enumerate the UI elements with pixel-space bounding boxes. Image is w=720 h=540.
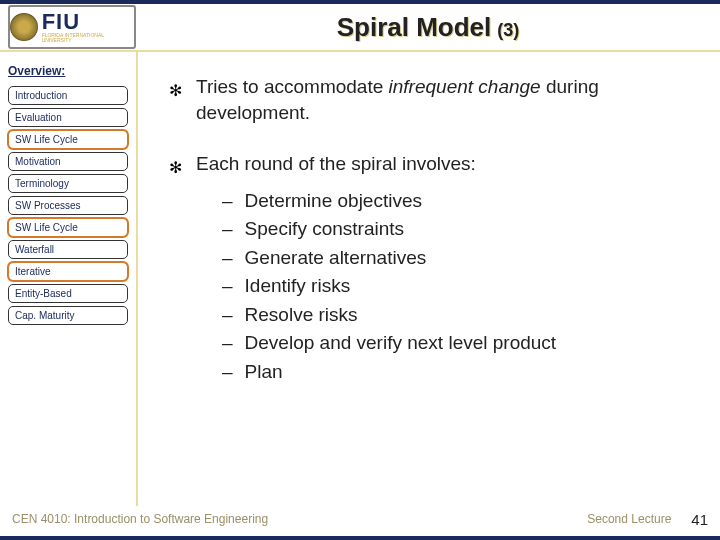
sidebar-item-introduction[interactable]: Introduction <box>8 86 128 105</box>
list-item-text: Identify risks <box>245 272 351 301</box>
list-item-text: Specify constraints <box>245 215 404 244</box>
sidebar-item-sw-life-cycle[interactable]: SW Life Cycle <box>8 130 128 149</box>
sidebar-item-terminology[interactable]: Terminology <box>8 174 128 193</box>
bullet-1-text-em: infrequent change <box>389 76 541 97</box>
list-item: –Plan <box>222 358 700 387</box>
list-item: –Determine objectives <box>222 187 700 216</box>
list-item: –Resolve risks <box>222 301 700 330</box>
sidebar-item-entity-based[interactable]: Entity-Based <box>8 284 128 303</box>
sidebar-item-waterfall[interactable]: Waterfall <box>8 240 128 259</box>
dash-icon: – <box>222 301 233 330</box>
bullet-1-text-pre: Tries to accommodate <box>196 76 389 97</box>
content-area: ✻ Tries to accommodate infrequent change… <box>138 52 720 506</box>
title-sub: (3) <box>497 20 519 41</box>
sidebar-item-cap-maturity[interactable]: Cap. Maturity <box>8 306 128 325</box>
dash-icon: – <box>222 215 233 244</box>
dash-icon: – <box>222 187 233 216</box>
sidebar-item-iterative[interactable]: Iterative <box>8 262 128 281</box>
footer: CEN 4010: Introduction to Software Engin… <box>0 506 720 536</box>
dash-icon: – <box>222 358 233 387</box>
slide-title: Spiral Model (3) <box>136 12 720 43</box>
title-main: Spiral Model <box>337 12 492 43</box>
logo-acronym: FIU <box>42 11 134 33</box>
list-item-text: Resolve risks <box>245 301 358 330</box>
list-item-text: Plan <box>245 358 283 387</box>
sidebar-item-sw-life-cycle[interactable]: SW Life Cycle <box>8 218 128 237</box>
sidebar: Overview: IntroductionEvaluationSW Life … <box>0 52 138 506</box>
logo: FIU FLORIDA INTERNATIONAL UNIVERSITY <box>8 5 136 49</box>
logo-full: FLORIDA INTERNATIONAL UNIVERSITY <box>42 33 134 43</box>
university-seal-icon <box>10 13 38 41</box>
dash-icon: – <box>222 272 233 301</box>
sub-list: –Determine objectives–Specify constraint… <box>222 187 700 387</box>
dash-icon: – <box>222 244 233 273</box>
list-item: –Specify constraints <box>222 215 700 244</box>
footer-left: CEN 4010: Introduction to Software Engin… <box>12 512 268 526</box>
list-item: –Identify risks <box>222 272 700 301</box>
bullet-2: ✻ Each round of the spiral involves: <box>168 151 700 177</box>
header-bar: FIU FLORIDA INTERNATIONAL UNIVERSITY Spi… <box>0 4 720 52</box>
bullet-icon: ✻ <box>168 80 182 102</box>
list-item-text: Generate alternatives <box>245 244 427 273</box>
sidebar-item-sw-processes[interactable]: SW Processes <box>8 196 128 215</box>
list-item-text: Determine objectives <box>245 187 422 216</box>
sidebar-item-evaluation[interactable]: Evaluation <box>8 108 128 127</box>
page-number: 41 <box>691 511 708 528</box>
dash-icon: – <box>222 329 233 358</box>
list-item: –Develop and verify next level product <box>222 329 700 358</box>
list-item: –Generate alternatives <box>222 244 700 273</box>
footer-right: Second Lecture <box>587 512 671 526</box>
sidebar-item-motivation[interactable]: Motivation <box>8 152 128 171</box>
list-item-text: Develop and verify next level product <box>245 329 557 358</box>
bullet-2-text: Each round of the spiral involves: <box>196 151 476 177</box>
bullet-icon: ✻ <box>168 157 182 179</box>
sidebar-heading: Overview: <box>8 64 128 78</box>
bullet-1: ✻ Tries to accommodate infrequent change… <box>168 74 700 125</box>
